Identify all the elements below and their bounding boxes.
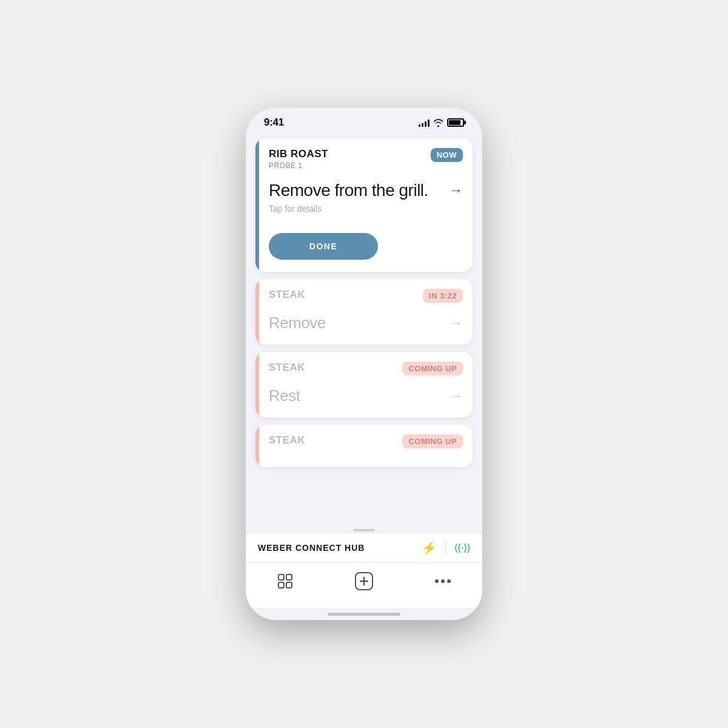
steak-coming-up-1-action: Rest → bbox=[269, 386, 463, 405]
nav-dashboard[interactable] bbox=[270, 569, 300, 593]
steak-in-card[interactable]: STEAK IN 3:22 Remove → bbox=[255, 279, 473, 345]
wifi-icon bbox=[433, 119, 443, 127]
add-icon bbox=[355, 572, 373, 590]
svg-point-8 bbox=[441, 579, 445, 583]
bottom-nav bbox=[246, 562, 482, 608]
steak-coming-up-card-2[interactable]: STEAK COMING UP bbox=[255, 425, 473, 467]
steak-in-title: STEAK bbox=[269, 289, 305, 301]
status-time: 9:41 bbox=[264, 116, 284, 129]
steak-coming-up-card-1[interactable]: STEAK COMING UP Rest → bbox=[255, 352, 473, 417]
scroll-spacer bbox=[255, 474, 473, 479]
arrow-icon: → bbox=[450, 183, 463, 198]
rib-roast-subtitle: PROBE 1 bbox=[269, 161, 328, 170]
svg-rect-0 bbox=[278, 575, 284, 580]
rib-roast-title: RIB ROAST bbox=[269, 148, 328, 160]
phone-frame: 9:41 RIB bbox=[246, 108, 482, 620]
svg-rect-2 bbox=[286, 575, 292, 580]
rib-roast-action-text: Remove from the grill. bbox=[269, 181, 428, 200]
rib-roast-header: RIB ROAST PROBE 1 NOW bbox=[269, 148, 463, 170]
tap-hint: Tap for details bbox=[269, 204, 463, 214]
nav-more[interactable] bbox=[428, 569, 458, 593]
svg-rect-3 bbox=[286, 582, 292, 588]
hub-icons: ⚡ ((·)) bbox=[422, 541, 470, 555]
hub-divider bbox=[445, 542, 446, 554]
status-icons bbox=[419, 118, 464, 127]
steak-coming-up-2-title: STEAK bbox=[269, 434, 305, 447]
more-icon bbox=[434, 579, 451, 584]
status-bar: 9:41 bbox=[246, 108, 482, 132]
done-button[interactable]: DONE bbox=[269, 233, 378, 260]
arrow-icon-3: → bbox=[450, 388, 463, 404]
svg-point-7 bbox=[435, 579, 439, 583]
steak-coming-up-1-action-text: Rest bbox=[269, 386, 300, 405]
steak-in-action-text: Remove bbox=[269, 314, 326, 332]
coming-up-badge-1: COMING UP bbox=[402, 362, 463, 376]
hub-name: WEBER CONNECT HUB bbox=[258, 543, 365, 553]
signal-icon bbox=[419, 118, 430, 127]
dashboard-icon bbox=[277, 573, 294, 590]
svg-point-9 bbox=[447, 579, 451, 583]
home-indicator bbox=[246, 608, 482, 620]
now-badge: NOW bbox=[431, 148, 463, 162]
in-badge: IN 3:22 bbox=[423, 289, 463, 303]
rib-roast-card[interactable]: RIB ROAST PROBE 1 NOW Remove from the gr… bbox=[255, 138, 473, 272]
hub-wifi-icon: ((·)) bbox=[454, 542, 470, 553]
steak-coming-up-1-title: STEAK bbox=[269, 362, 305, 374]
nav-add[interactable] bbox=[349, 569, 379, 593]
hub-bar: WEBER CONNECT HUB ⚡ ((·)) bbox=[246, 533, 482, 562]
rib-roast-action[interactable]: Remove from the grill. → bbox=[269, 181, 463, 200]
coming-up-badge-2: COMING UP bbox=[402, 434, 463, 448]
battery-icon bbox=[447, 118, 464, 127]
arrow-icon-2: → bbox=[450, 315, 463, 331]
bolt-icon: ⚡ bbox=[422, 541, 437, 555]
svg-rect-1 bbox=[278, 582, 284, 588]
steak-in-action: Remove → bbox=[269, 314, 463, 332]
scroll-content[interactable]: RIB ROAST PROBE 1 NOW Remove from the gr… bbox=[246, 132, 482, 524]
rib-roast-card-body: RIB ROAST PROBE 1 NOW Remove from the gr… bbox=[259, 138, 473, 272]
swipe-handle bbox=[246, 524, 482, 533]
